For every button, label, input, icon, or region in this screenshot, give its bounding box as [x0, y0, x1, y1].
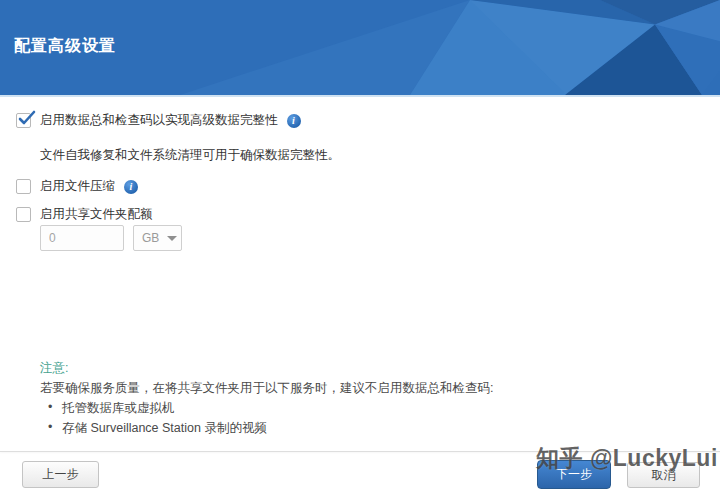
note-bullet-1: 托管数据库或虚拟机	[62, 400, 175, 417]
note-intro: 若要确保服务质量，在将共享文件夹用于以下服务时，建议不启用数据总和检查码:	[40, 380, 493, 397]
quota-value-input[interactable]	[40, 225, 124, 251]
info-icon[interactable]: i	[124, 180, 138, 194]
quota-controls: GB	[40, 225, 182, 251]
quota-label[interactable]: 启用共享文件夹配额	[40, 206, 153, 223]
page-title: 配置高级设置	[14, 36, 116, 57]
option-row-quota: 启用共享文件夹配额	[16, 206, 153, 223]
quota-unit-value: GB	[142, 231, 159, 245]
compression-checkbox[interactable]	[16, 179, 31, 194]
info-icon[interactable]: i	[287, 114, 301, 128]
checksum-description: 文件自我修复和文件系统清理可用于确保数据完整性。	[40, 147, 340, 164]
back-button[interactable]: 上一步	[22, 461, 99, 488]
advanced-settings-wizard: 配置高级设置 启用数据总和检查码以实现高级数据完整性 i 文件自我修复和文件系统…	[0, 0, 720, 495]
option-row-compression: 启用文件压缩 i	[16, 178, 138, 195]
bullet-icon: •	[48, 400, 52, 414]
checksum-label[interactable]: 启用数据总和检查码以实现高级数据完整性	[40, 112, 278, 129]
cancel-button[interactable]: 取消	[627, 462, 700, 488]
compression-label[interactable]: 启用文件压缩	[40, 178, 115, 195]
chevron-down-icon	[167, 236, 177, 241]
note-title: 注意:	[40, 360, 68, 377]
quota-checkbox[interactable]	[16, 207, 31, 222]
option-row-checksum: 启用数据总和检查码以实现高级数据完整性 i	[16, 112, 301, 129]
wizard-header: 配置高级设置	[0, 0, 720, 97]
footer-divider	[0, 451, 720, 452]
checkmark-icon	[17, 109, 37, 129]
next-button[interactable]: 下一步	[537, 460, 611, 489]
note-bullet-2: 存储 Surveillance Station 录制的视频	[62, 420, 267, 437]
bullet-icon: •	[48, 420, 52, 434]
checksum-checkbox[interactable]	[16, 113, 31, 128]
quota-unit-select[interactable]: GB	[133, 225, 182, 251]
